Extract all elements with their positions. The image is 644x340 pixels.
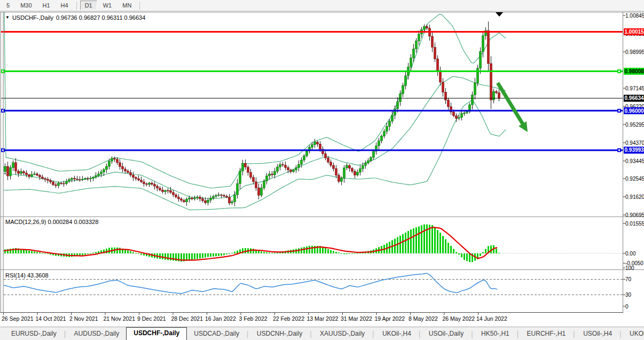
svg-text:70: 70 bbox=[625, 276, 632, 282]
chart-tab-ukoil-h4[interactable]: UKOil-,H4 bbox=[375, 328, 418, 340]
chart-tab-hk50-h1[interactable]: HK50-,H1 bbox=[474, 328, 516, 340]
ohlc-values: 0.96736 0.96827 0.96311 0.96634 bbox=[56, 14, 145, 21]
timeframe-button-h4[interactable]: H4 bbox=[56, 1, 73, 10]
svg-text:0.01555: 0.01555 bbox=[625, 221, 644, 227]
chart-canvas[interactable]: 1.008450.999200.989950.971450.962200.952… bbox=[0, 12, 644, 327]
tab-separator: │ bbox=[470, 331, 474, 340]
timeframe-button-m30[interactable]: M30 bbox=[15, 1, 36, 10]
tab-separator: │ bbox=[309, 331, 313, 340]
svg-text:8 May 2022: 8 May 2022 bbox=[409, 315, 438, 322]
chart-tab-usdchf-daily[interactable]: USDCHF-,Daily bbox=[126, 327, 187, 340]
svg-text:30: 30 bbox=[625, 292, 632, 298]
svg-text:3 Feb 2022: 3 Feb 2022 bbox=[239, 315, 268, 322]
svg-text:0: 0 bbox=[625, 304, 629, 310]
chart-window: 1.008450.999200.989950.971450.962200.952… bbox=[0, 12, 644, 327]
svg-text:0.93993: 0.93993 bbox=[625, 147, 644, 153]
svg-text:0.91620: 0.91620 bbox=[625, 194, 644, 200]
symbol-dropdown-icon[interactable]: ▼ bbox=[5, 16, 10, 20]
tab-separator: │ bbox=[619, 331, 623, 340]
svg-text:0.98995: 0.98995 bbox=[625, 49, 644, 55]
svg-text:14 Jun 2022: 14 Jun 2022 bbox=[476, 315, 507, 322]
timeframe-button-mn[interactable]: MN bbox=[117, 1, 136, 10]
svg-text:14 Oct 2021: 14 Oct 2021 bbox=[36, 315, 66, 322]
svg-text:0.96000: 0.96000 bbox=[625, 108, 644, 114]
timeframe-toolbar: 5M30H1H4D1W1MN bbox=[0, 0, 644, 11]
mt4-terminal: { "toolbar": { "timeframes": [ {"label":… bbox=[0, 0, 644, 340]
svg-text:0.90695: 0.90695 bbox=[625, 212, 644, 218]
chart-tab-usdcad-daily[interactable]: USDCAD-,Daily bbox=[187, 328, 246, 340]
chart-tab-audusd-daily[interactable]: AUDUSD-,Daily bbox=[67, 328, 127, 340]
tab-separator: │ bbox=[572, 331, 576, 340]
svg-text:0.98008: 0.98008 bbox=[625, 68, 644, 74]
svg-text:1.00845: 1.00845 bbox=[625, 13, 644, 19]
svg-text:28 Dec 2021: 28 Dec 2021 bbox=[171, 315, 203, 322]
chart-tab-usdcnh-daily[interactable]: USDCNH-,Daily bbox=[250, 328, 309, 340]
svg-text:100: 100 bbox=[625, 265, 634, 271]
svg-text:0.95295: 0.95295 bbox=[625, 122, 644, 128]
tab-separator: │ bbox=[246, 331, 250, 340]
svg-text:0.94370: 0.94370 bbox=[625, 140, 644, 146]
svg-text:0.92545: 0.92545 bbox=[625, 176, 644, 182]
timeframe-button-h1[interactable]: H1 bbox=[38, 1, 55, 10]
tab-separator: │ bbox=[64, 331, 67, 340]
rsi-label: RSI(14) 43.3608 bbox=[5, 272, 49, 279]
symbol-ohlc-info: ▼ USDCHF-,Daily 0.96736 0.96827 0.96311 … bbox=[5, 14, 145, 21]
timeframe-button-d1[interactable]: D1 bbox=[80, 1, 97, 10]
svg-text:2 Nov 2021: 2 Nov 2021 bbox=[69, 315, 98, 322]
svg-text:9 Dec 2021: 9 Dec 2021 bbox=[137, 315, 166, 322]
chart-tab-eurusd-daily[interactable]: EURUSD-,Daily bbox=[4, 328, 64, 340]
svg-text:26 Sep 2021: 26 Sep 2021 bbox=[2, 315, 34, 322]
svg-text:13 Mar 2022: 13 Mar 2022 bbox=[307, 315, 339, 322]
chart-tab-ukoil-h4[interactable]: UKOil-,H4 bbox=[623, 328, 644, 340]
tab-separator: │ bbox=[418, 331, 422, 340]
symbol-tabbar: EURUSD-,Daily│AUDUSD-,DailyUSDCHF-,Daily… bbox=[0, 327, 644, 340]
chart-tab-usoil-h4[interactable]: USOil-,H4 bbox=[576, 328, 619, 340]
tab-separator: │ bbox=[516, 331, 520, 340]
toolbar-separator bbox=[139, 2, 140, 10]
timeframe-button-5[interactable]: 5 bbox=[2, 1, 14, 10]
macd-label: MACD(12,26,9) 0.000284 0.003328 bbox=[5, 219, 98, 225]
svg-text:0.93445: 0.93445 bbox=[625, 158, 644, 164]
chart-tab-usoil-daily[interactable]: USOil-,Daily bbox=[422, 328, 470, 340]
svg-text:26 May 2022: 26 May 2022 bbox=[443, 315, 475, 322]
svg-text:21 Nov 2021: 21 Nov 2021 bbox=[104, 315, 136, 322]
chart-tab-eurchf-h1[interactable]: EURCHF-,H1 bbox=[520, 328, 573, 340]
toolbar-separator bbox=[76, 2, 77, 10]
svg-text:0.97145: 0.97145 bbox=[625, 86, 644, 91]
tab-separator: │ bbox=[372, 331, 375, 340]
timeframe-button-w1[interactable]: W1 bbox=[98, 1, 117, 10]
svg-text:0.00: 0.00 bbox=[625, 251, 636, 257]
svg-text:31 Mar 2022: 31 Mar 2022 bbox=[341, 315, 372, 322]
svg-text:1.00015: 1.00015 bbox=[625, 29, 644, 35]
svg-text:22 Feb 2022: 22 Feb 2022 bbox=[273, 315, 304, 322]
chart-tab-xauusd-daily[interactable]: XAUUSD-,Daily bbox=[313, 328, 372, 340]
symbol-label: USDCHF-,Daily bbox=[12, 14, 53, 21]
svg-text:0.96634: 0.96634 bbox=[625, 95, 644, 101]
svg-text:16 Jan 2022: 16 Jan 2022 bbox=[205, 315, 236, 322]
svg-text:19 Apr 2022: 19 Apr 2022 bbox=[375, 315, 405, 322]
